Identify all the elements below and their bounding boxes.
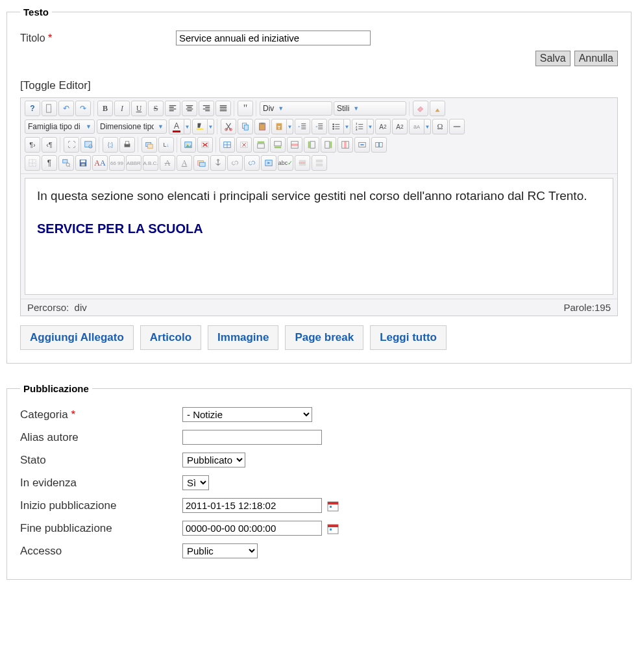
merge-cells-icon[interactable]: [354, 137, 370, 153]
del-icon[interactable]: A: [160, 155, 175, 171]
save-content-icon[interactable]: [75, 155, 91, 171]
col-delete-icon[interactable]: [337, 137, 353, 153]
new-document-icon[interactable]: [42, 101, 57, 116]
eraser-icon[interactable]: [413, 101, 428, 116]
highlight-icon[interactable]: [192, 119, 208, 134]
text-color-split[interactable]: A▼: [169, 119, 191, 134]
row-before-icon[interactable]: [253, 137, 269, 153]
redo-icon[interactable]: ↷: [75, 101, 91, 116]
cleanup-icon[interactable]: [430, 101, 445, 116]
toggle-editor-link[interactable]: [Toggle Editor]: [20, 79, 618, 92]
table-delete-icon[interactable]: [236, 137, 252, 153]
attributes-icon[interactable]: [193, 155, 209, 171]
col-before-icon[interactable]: [304, 137, 319, 153]
unlink-icon[interactable]: [227, 155, 243, 171]
case-icon[interactable]: aA: [409, 119, 424, 134]
find-replace-icon[interactable]: [58, 155, 74, 171]
row-delete-icon[interactable]: [287, 137, 302, 153]
styles-select[interactable]: Stili▼: [334, 101, 406, 116]
readmore-icon[interactable]: [295, 155, 310, 171]
unordered-list-split[interactable]: ▼: [328, 119, 350, 134]
text-color-icon[interactable]: A: [169, 119, 184, 134]
svg-rect-53: [81, 164, 84, 166]
print-icon[interactable]: [119, 137, 135, 153]
leggi-tutto-button[interactable]: Leggi tutto: [370, 325, 447, 350]
layer-icon[interactable]: [141, 137, 157, 153]
acronym-icon[interactable]: A.B.C.: [143, 155, 158, 171]
copy-icon[interactable]: [238, 119, 253, 134]
preview-icon[interactable]: [80, 137, 96, 153]
superscript-icon[interactable]: A2: [392, 119, 408, 134]
stato-select[interactable]: Pubblicato: [182, 453, 245, 467]
show-chars-icon[interactable]: ¶: [42, 155, 57, 171]
categoria-select[interactable]: - Notizie: [182, 407, 312, 422]
unordered-list-icon[interactable]: [328, 119, 344, 134]
cite-icon[interactable]: 66 99: [109, 155, 125, 171]
aggiungi-allegato-button[interactable]: Aggiungi Allegato: [20, 325, 134, 350]
case-split[interactable]: aA▼: [409, 119, 431, 134]
strikethrough-icon[interactable]: S: [148, 101, 164, 116]
fine-pub-input[interactable]: [182, 521, 322, 536]
highlight-color-split[interactable]: ▼: [192, 119, 214, 134]
outdent-icon[interactable]: [312, 119, 327, 134]
move-down-icon[interactable]: L↓: [158, 137, 174, 153]
special-char-icon[interactable]: Ω: [432, 119, 448, 134]
align-justify-icon[interactable]: [215, 101, 231, 116]
pagebreak-icon[interactable]: [312, 155, 327, 171]
media-icon[interactable]: [261, 155, 276, 171]
accesso-select[interactable]: Public: [182, 543, 258, 558]
undo-icon[interactable]: ↶: [58, 101, 74, 116]
italic-icon[interactable]: I: [114, 101, 130, 116]
immagine-button[interactable]: Immagine: [208, 325, 278, 350]
ltr-icon[interactable]: ¶›: [25, 137, 40, 153]
ins-icon[interactable]: A: [177, 155, 192, 171]
image-delete-icon[interactable]: [197, 137, 213, 153]
subscript-icon[interactable]: A2: [375, 119, 391, 134]
calendar-icon[interactable]: [327, 523, 339, 534]
source-code-icon[interactable]: {;}: [103, 137, 118, 153]
blockquote-icon[interactable]: ": [238, 101, 253, 116]
ordered-list-icon[interactable]: 123: [352, 119, 367, 134]
salva-button[interactable]: Salva: [535, 51, 571, 66]
editor-body[interactable]: In questa sezione sono elencati i princi…: [25, 178, 613, 295]
paste-icon[interactable]: [254, 119, 270, 134]
link-icon[interactable]: [244, 155, 260, 171]
articolo-button[interactable]: Articolo: [140, 325, 201, 350]
help-icon[interactable]: ?: [25, 101, 40, 116]
indent-icon[interactable]: [295, 119, 310, 134]
font-size-select[interactable]: Dimensione tipo di carattere▼: [97, 119, 167, 134]
col-after-icon[interactable]: [321, 137, 336, 153]
row-after-icon[interactable]: [270, 137, 286, 153]
page-break-button[interactable]: Page break: [285, 325, 363, 350]
format-block-select[interactable]: Div▼: [260, 101, 332, 116]
hr-icon[interactable]: [449, 119, 465, 134]
underline-icon[interactable]: U: [131, 101, 147, 116]
pubblicazione-fieldset: Pubblicazione Categoria * - Notizie Alia…: [6, 383, 632, 580]
evidenza-select[interactable]: Sì: [182, 475, 209, 490]
align-right-icon[interactable]: [199, 101, 214, 116]
fullscreen-icon[interactable]: ⛶: [64, 137, 79, 153]
bold-icon[interactable]: B: [97, 101, 113, 116]
spellcheck-icon[interactable]: abc✓: [278, 155, 293, 171]
styled-text-icon[interactable]: AA: [92, 155, 108, 171]
paste-text-split[interactable]: T▼: [271, 119, 293, 134]
calendar-icon[interactable]: [327, 500, 339, 512]
table-insert-icon[interactable]: [219, 137, 235, 153]
titolo-input[interactable]: [176, 31, 371, 45]
anchor-icon[interactable]: [210, 155, 226, 171]
align-center-icon[interactable]: [182, 101, 197, 116]
align-left-icon[interactable]: [165, 101, 180, 116]
visual-aid-icon[interactable]: [25, 155, 40, 171]
image-insert-icon[interactable]: [180, 137, 196, 153]
inizio-pub-input[interactable]: [182, 498, 322, 513]
abbr-icon[interactable]: ABBR: [126, 155, 141, 171]
annulla-button[interactable]: Annulla: [574, 51, 618, 66]
paste-text-icon[interactable]: T: [271, 119, 287, 134]
cut-icon[interactable]: [221, 119, 236, 134]
font-family-select[interactable]: Famiglia tipo di carattere▼: [25, 119, 95, 134]
split-cells-icon[interactable]: [371, 137, 387, 153]
ordered-list-split[interactable]: 123▼: [352, 119, 374, 134]
rtl-icon[interactable]: ‹¶: [42, 137, 57, 153]
svg-rect-40: [344, 142, 347, 149]
alias-input[interactable]: [182, 430, 322, 445]
